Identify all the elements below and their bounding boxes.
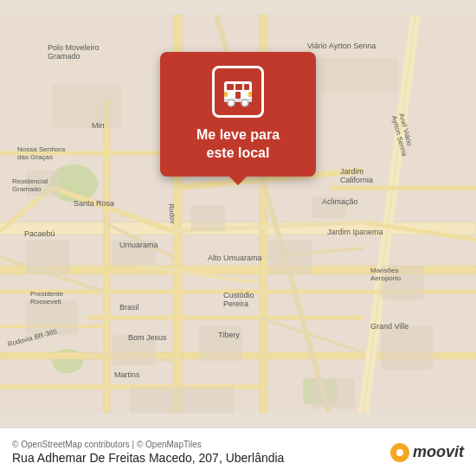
popup-label: Me leve para este local (181, 126, 295, 163)
bus-icon-wrapper (212, 66, 264, 118)
svg-rect-44 (320, 58, 398, 93)
bottom-bar: © OpenStreetMap contributors | © OpenMap… (0, 428, 476, 476)
svg-rect-46 (227, 84, 234, 90)
svg-rect-31 (26, 240, 69, 274)
svg-rect-43 (52, 84, 121, 127)
svg-rect-32 (113, 240, 156, 266)
svg-rect-37 (381, 326, 433, 370)
svg-rect-38 (26, 300, 78, 335)
svg-rect-40 (199, 326, 242, 361)
navigate-popup[interactable]: Me leve para este local (160, 52, 316, 177)
svg-rect-53 (224, 92, 228, 97)
svg-rect-47 (235, 84, 242, 90)
svg-rect-35 (312, 196, 346, 218)
svg-rect-36 (381, 266, 424, 300)
app: Polo MoveleiroGramado Viário Ayrton Senn… (0, 0, 476, 476)
svg-point-52 (241, 100, 248, 106)
moovit-dot-icon (390, 443, 409, 462)
svg-rect-49 (235, 92, 241, 99)
bus-icon (219, 73, 257, 111)
svg-rect-33 (190, 205, 225, 231)
svg-rect-42 (312, 378, 355, 408)
attribution-text: © OpenStreetMap contributors | © OpenMap… (12, 440, 284, 449)
moovit-dot-inner (396, 449, 403, 456)
svg-rect-39 (113, 335, 156, 365)
moovit-text: moovit (413, 443, 464, 461)
map-container[interactable]: Polo MoveleiroGramado Viário Ayrton Senn… (0, 0, 476, 428)
svg-rect-54 (248, 92, 252, 97)
svg-rect-41 (130, 387, 234, 413)
address-text: Rua Adhemar De Freitas Macedo, 207, Uber… (12, 451, 284, 465)
svg-point-51 (228, 100, 235, 106)
svg-rect-34 (268, 240, 312, 274)
svg-rect-48 (244, 84, 249, 90)
svg-rect-30 (26, 170, 61, 196)
moovit-logo: moovit (390, 443, 464, 462)
bottom-info: © OpenStreetMap contributors | © OpenMap… (12, 440, 284, 465)
svg-rect-11 (104, 101, 110, 413)
